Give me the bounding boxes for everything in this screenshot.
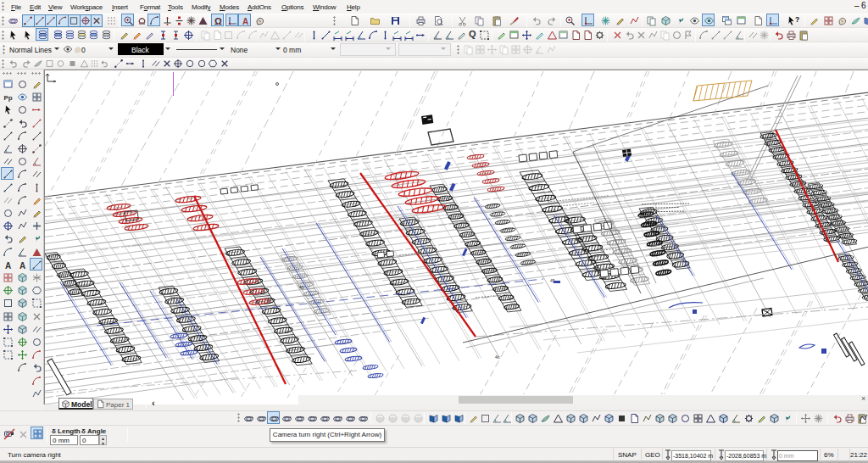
svg-text:Pp: Pp	[3, 94, 12, 102]
svg-text:A: A	[242, 17, 248, 26]
svg-text:A: A	[19, 260, 25, 270]
svg-text:Ω: Ω	[214, 16, 222, 26]
svg-text:4b: 4b	[495, 354, 500, 360]
svg-text:45: 45	[550, 278, 555, 283]
svg-text:A: A	[5, 260, 11, 270]
svg-text:45: 45	[299, 285, 304, 290]
